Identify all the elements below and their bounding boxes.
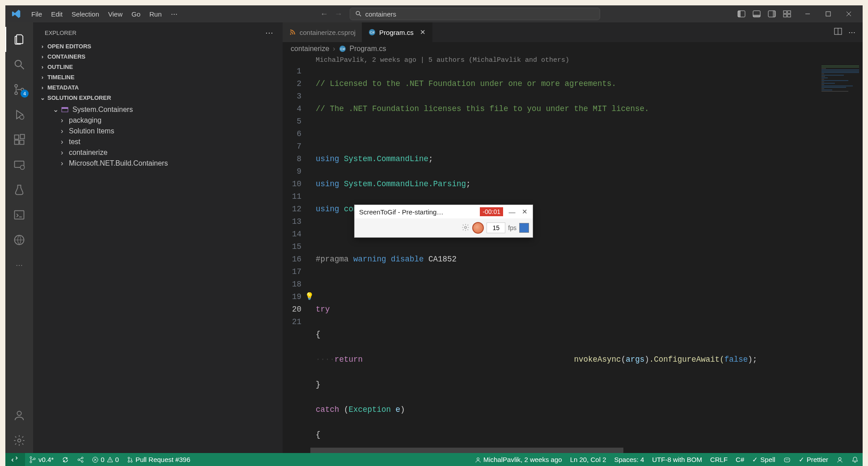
screentogif-window[interactable]: ScreenToGif - Pre-starting… -00:01 — ✕ f… [354,205,533,238]
section-metadata[interactable]: ›METADATA [33,82,283,93]
svg-rect-29 [15,211,24,219]
split-editor-icon[interactable] [834,28,842,37]
solution-root[interactable]: ⌄ System.Containers [33,104,283,115]
menu-selection[interactable]: Selection [67,9,104,20]
status-cursor-pos[interactable]: Ln 20, Col 2 [566,456,610,463]
maximize-icon[interactable] [818,5,838,22]
codelens-authors[interactable]: MichalPavlik, 2 weeks ago | 5 authors (M… [283,56,863,65]
status-copilot-icon[interactable] [779,456,795,463]
activity-search-icon[interactable] [5,52,33,77]
activity-live-share-icon[interactable] [5,227,33,252]
activity-scm-icon[interactable]: 4 [5,77,33,102]
editor-horizontal-scrollbar[interactable] [283,448,863,453]
activity-remote-icon[interactable] [5,152,33,177]
activity-extensions-icon[interactable] [5,127,33,152]
tab-program-cs[interactable]: C# Program.cs ✕ [362,22,432,42]
menu-run[interactable]: Run [145,9,166,20]
status-encoding[interactable]: UTF-8 with BOM [648,456,706,463]
sidebar-more-icon[interactable]: ⋯ [265,28,274,38]
lightbulb-icon[interactable]: 💡 [305,291,314,303]
activity-testing-icon[interactable] [5,177,33,202]
breadcrumbs[interactable]: containerize › C# Program.cs [283,42,863,56]
line-numbers: 12345 678910 1112131415 161718192021 [283,65,310,328]
menu-view[interactable]: View [104,9,127,20]
code-content[interactable]: // Licensed to the .NET Foundation under… [316,65,813,453]
status-language[interactable]: C# [732,456,748,463]
svg-line-1 [360,15,361,17]
section-open-editors[interactable]: ›OPEN EDITORS [33,41,283,51]
search-icon [356,11,362,17]
svg-point-43 [30,457,32,458]
tree-item-test[interactable]: ›test [33,137,283,147]
section-containers[interactable]: ›CONTAINERS [33,51,283,62]
stg-fps-input[interactable] [487,222,505,233]
activity-account-icon[interactable] [5,403,33,428]
status-bar: v0.4* 0 0 Pull Request #396 MichalPavlik… [5,453,863,466]
status-problems[interactable]: 0 0 [88,453,123,466]
status-spaces[interactable]: Spaces: 4 [610,456,648,463]
nav-forward-icon[interactable]: → [334,9,343,19]
tree-item-solution-items[interactable]: ›Solution Items [33,126,283,137]
svg-text:C#: C# [370,30,375,34]
stg-settings-icon[interactable] [462,223,470,233]
command-center-search[interactable]: containers [350,8,600,20]
svg-point-42 [465,226,467,228]
status-eol[interactable]: CRLF [706,456,732,463]
toggle-panel-icon[interactable] [751,9,762,19]
status-blame[interactable]: MichalPavlik, 2 weeks ago [471,456,566,463]
stg-close-icon[interactable]: ✕ [518,208,531,216]
tree-item-packaging[interactable]: ›packaging [33,115,283,126]
status-prettier[interactable]: ✓ Prettier [795,456,832,464]
close-window-icon[interactable] [838,5,859,22]
svg-line-17 [21,66,24,69]
vscode-icon [12,9,21,19]
nav-back-icon[interactable]: ← [320,9,328,19]
status-sync[interactable] [58,453,73,466]
activity-more-icon[interactable]: ⋯ [5,252,33,278]
status-branch[interactable]: v0.4* [25,453,58,466]
status-spell[interactable]: ✓ Spell [748,456,779,464]
activity-run-debug-icon[interactable] [5,102,33,127]
toggle-secondary-sidebar-icon[interactable] [766,9,778,19]
editor-more-icon[interactable]: ⋯ [848,28,855,37]
customize-layout-icon[interactable] [781,9,793,19]
activity-terminal-icon[interactable] [5,202,33,227]
menu-more[interactable]: ⋯ [166,8,182,20]
svg-point-56 [477,457,479,460]
svg-rect-7 [773,11,775,17]
svg-rect-3 [738,11,741,17]
stg-minimize-icon[interactable]: — [506,208,518,216]
minimap[interactable] [818,65,863,453]
section-outline[interactable]: ›OUTLINE [33,62,283,72]
status-bell-icon[interactable] [847,456,863,463]
section-solution-explorer[interactable]: ⌄SOLUTION EXPLORER [33,93,283,103]
remote-indicator[interactable] [5,453,25,466]
svg-point-35 [290,34,292,35]
menu-file[interactable]: File [27,9,47,20]
activity-explorer-icon[interactable] [5,27,33,52]
tab-csproj[interactable]: containerize.csproj [283,22,362,42]
tree-item-containerize[interactable]: ›containerize [33,147,283,158]
menu-edit[interactable]: Edit [47,9,67,20]
menu-go[interactable]: Go [127,9,145,20]
status-pull-request[interactable]: Pull Request #396 [123,453,195,466]
toggle-primary-sidebar-icon[interactable] [736,9,747,19]
svg-point-53 [128,457,130,459]
minimize-icon[interactable] [797,5,818,22]
editor-text[interactable]: 12345 678910 1112131415 161718192021 💡 /… [283,65,863,453]
svg-rect-13 [826,12,830,16]
svg-rect-10 [783,14,787,17]
section-timeline[interactable]: ›TIMELINE [33,72,283,82]
close-tab-icon[interactable]: ✕ [420,28,426,36]
status-live-share[interactable] [73,453,88,466]
stg-record-button[interactable] [472,222,484,234]
activity-settings-icon[interactable] [5,428,33,453]
stg-color-box[interactable] [519,223,529,233]
bc-folder[interactable]: containerize [291,45,329,53]
tree-item-ms-containers[interactable]: ›Microsoft.NET.Build.Containers [33,158,283,169]
sidebar-explorer: EXPLORER ⋯ ›OPEN EDITORS ›CONTAINERS ›OU… [33,22,283,453]
status-feedback-icon[interactable] [832,456,847,463]
svg-text:C#: C# [340,47,345,51]
svg-rect-5 [753,15,760,17]
bc-file[interactable]: Program.cs [350,45,386,53]
